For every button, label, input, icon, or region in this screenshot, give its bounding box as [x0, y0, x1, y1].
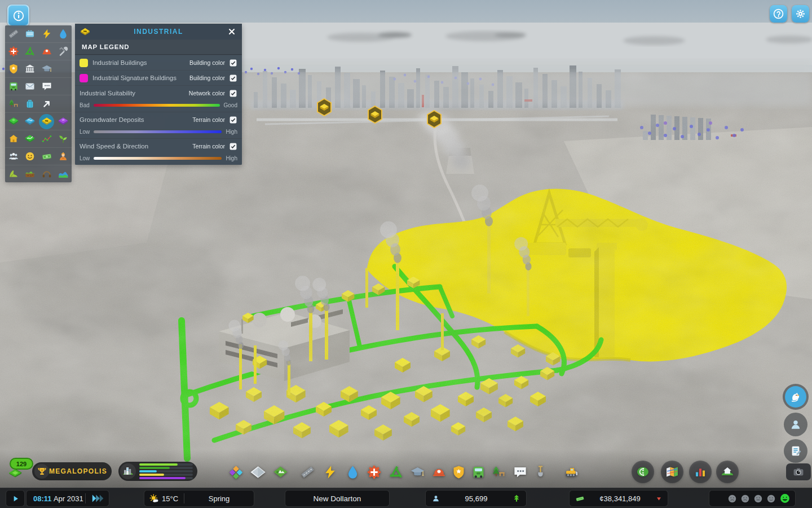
map-route-icon: [24, 133, 36, 144]
happiness-face-sad: [727, 494, 737, 503]
toolbar-roads[interactable]: [298, 463, 317, 481]
money-widget[interactable]: ¢38,341,849: [569, 490, 668, 507]
legend-swatch: [80, 59, 88, 67]
park-tree-icon: [8, 98, 19, 110]
city-level-badge: 129: [10, 458, 33, 470]
infoview-statistics[interactable]: [38, 130, 55, 147]
infoview-water-sewage[interactable]: [55, 25, 72, 42]
toolbar-healthcare[interactable]: [364, 463, 383, 481]
population-value: 95,699: [440, 494, 512, 503]
legend-checkbox[interactable]: [229, 116, 237, 124]
infoview-education[interactable]: [38, 60, 55, 77]
map-green-icon: [8, 116, 19, 127]
weather-widget[interactable]: 15°C Spring: [144, 490, 254, 507]
infoview-mail[interactable]: [22, 78, 39, 95]
infoview-ground-pollution[interactable]: [22, 165, 39, 182]
infoview-grid: [5, 25, 72, 182]
citizen-panel-button[interactable]: [784, 413, 807, 436]
toolbar-terraforming[interactable]: [531, 463, 550, 481]
chat-icon: [513, 465, 528, 480]
infoview-tourism[interactable]: [22, 95, 39, 112]
infoview-maintenance[interactable]: [55, 43, 72, 60]
toolbar-economy[interactable]: [632, 461, 654, 483]
infoview-workers[interactable]: [55, 148, 72, 165]
infoview-land-price[interactable]: [22, 130, 39, 147]
infoview-electricity[interactable]: [22, 25, 39, 42]
help-button[interactable]: [770, 5, 787, 23]
toolbar-parks-recreation[interactable]: [489, 463, 508, 481]
legend-checkbox[interactable]: [229, 59, 237, 67]
play-pause-button[interactable]: [6, 490, 25, 507]
toolbar-zones[interactable]: [226, 463, 245, 481]
map-purple-icon: [58, 116, 69, 127]
infoview-economy[interactable]: [38, 148, 55, 165]
road-icon: [8, 28, 19, 40]
infoview-residential[interactable]: [5, 130, 22, 147]
money-down-icon: [655, 495, 663, 502]
milestone-pill[interactable]: MEGALOPOLIS: [32, 462, 112, 480]
toolbar-bulldozer[interactable]: [562, 463, 581, 481]
toolbar-communications[interactable]: [510, 463, 529, 481]
infoview-land-value[interactable]: [5, 113, 22, 130]
infoview-water-pollution[interactable]: [55, 165, 72, 182]
map-blue-icon: [24, 116, 36, 127]
settings-button[interactable]: [792, 5, 809, 23]
soil-icon: [24, 168, 36, 179]
infoview-happiness[interactable]: [22, 148, 39, 165]
map-legend-title: MAP LEGEND: [75, 40, 242, 55]
infoview-healthcare[interactable]: [5, 43, 22, 60]
close-button[interactable]: [226, 26, 237, 37]
toolbar-police[interactable]: [449, 463, 468, 481]
toolbar-water-sewage[interactable]: [343, 463, 362, 481]
toolbar-progression[interactable]: [716, 461, 739, 483]
info-icon: [12, 10, 25, 22]
progression-icon: [720, 465, 735, 479]
toolbar-transportation[interactable]: [469, 463, 488, 481]
infoview-fire-rescue[interactable]: [38, 43, 55, 60]
city-name-widget[interactable]: New Dollarton: [285, 490, 390, 507]
zoning-demand-panel[interactable]: [118, 462, 197, 481]
toolbar-garbage[interactable]: [386, 463, 405, 481]
toolbar-map-overview[interactable]: [661, 461, 683, 483]
money-value: ¢38,341,849: [585, 494, 655, 503]
photo-mode-button[interactable]: [786, 463, 811, 480]
toolbar-landscaping[interactable]: [271, 463, 290, 481]
empty-cell: [55, 60, 72, 77]
infoview-fertility[interactable]: [55, 130, 72, 147]
infoview-industrial[interactable]: [38, 113, 55, 130]
toolbar-fire-rescue[interactable]: [429, 463, 448, 481]
infoview-zones[interactable]: [55, 113, 72, 130]
person-icon: [789, 418, 802, 431]
grad-cap-icon: [41, 63, 52, 75]
infoview-water-map[interactable]: [22, 113, 39, 130]
infoview-administration[interactable]: [22, 60, 39, 77]
toolbar-statistics[interactable]: [689, 461, 712, 483]
clock-time: 08:11: [33, 494, 52, 503]
infoview-garbage[interactable]: [22, 43, 39, 60]
infoview-police[interactable]: [5, 60, 22, 77]
scale-gradient-bar: [94, 130, 222, 133]
legend-checkbox[interactable]: [229, 74, 237, 82]
infoview-outside-connections[interactable]: [38, 95, 55, 112]
infoview-population[interactable]: [5, 148, 22, 165]
scale-max-label: High: [226, 129, 237, 135]
infoview-power[interactable]: [38, 25, 55, 42]
info-views-button[interactable]: [7, 5, 29, 27]
infoview-communications[interactable]: [38, 78, 55, 95]
toolbar-terrain[interactable]: [248, 463, 267, 481]
infoview-transportation[interactable]: [5, 78, 22, 95]
infoview-noise-pollution[interactable]: [38, 165, 55, 182]
toolbar-education[interactable]: [408, 463, 427, 481]
legend-row-2: Industrial SuitabilityNetwork colorBadGo…: [75, 86, 242, 112]
toolbar-electricity[interactable]: [320, 463, 339, 481]
infoview-roads[interactable]: [5, 25, 22, 42]
legend-checkbox[interactable]: [229, 89, 237, 98]
chirper-button[interactable]: [783, 384, 809, 410]
happiness-widget[interactable]: [709, 490, 796, 507]
journal-button[interactable]: [784, 439, 807, 463]
infoview-terrain-height[interactable]: [5, 165, 22, 182]
population-widget[interactable]: 95,699: [425, 490, 527, 507]
legend-checkbox[interactable]: [229, 142, 237, 151]
infoview-parks-recreation[interactable]: [5, 95, 22, 112]
sim-speed-button[interactable]: [86, 491, 109, 506]
